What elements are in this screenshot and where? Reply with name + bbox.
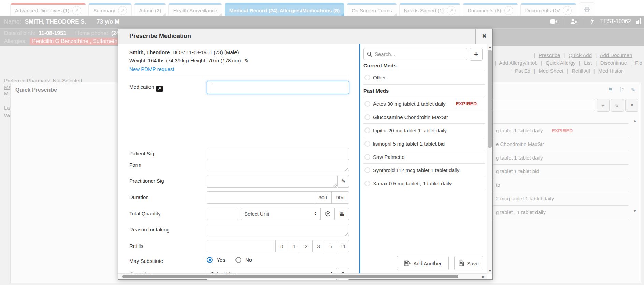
add-another-button[interactable]: Add Another — [397, 256, 449, 270]
practitioner-sig-input[interactable] — [207, 175, 338, 188]
quick-prescribe-input[interactable] — [489, 99, 595, 111]
edit-icon[interactable]: ✎ — [631, 87, 635, 93]
medication-popout-icon[interactable]: ↗ — [156, 86, 163, 92]
form-input[interactable] — [207, 159, 349, 171]
dose-calculator-button[interactable]: ▦ — [334, 208, 349, 220]
total-quantity-input[interactable] — [207, 208, 238, 220]
tab-health-surveillance[interactable]: Health Surveillance — [168, 3, 222, 16]
med-radio[interactable] — [364, 75, 370, 80]
scrollbar-thumb[interactable] — [488, 50, 492, 148]
current-med-item[interactable]: Other — [363, 71, 485, 85]
unit-select[interactable]: Select Unit ▲▼ — [241, 208, 321, 220]
scroll-down-icon[interactable]: ▼ — [488, 269, 492, 273]
close-button[interactable]: ✖ — [475, 29, 492, 44]
list-item[interactable]: g tablet , 1 tablet daily — [493, 206, 629, 219]
past-med-item[interactable]: Xanax 0.5 mg tablet , 1 tablet daily — [363, 177, 485, 190]
past-med-item[interactable]: lisinopril 5 mg tablet 1 tablet bid — [363, 137, 485, 150]
med-sheet-link[interactable]: Med Sheet — [539, 68, 563, 74]
reason-input[interactable] — [207, 224, 349, 236]
lightning-icon[interactable] — [590, 18, 595, 25]
past-med-item[interactable]: Lipitor 20 mg tablet 1 tablet daily — [363, 124, 485, 137]
med-radio[interactable] — [364, 101, 370, 107]
scrollbar-thumb[interactable] — [122, 275, 458, 278]
resize-handle[interactable] — [333, 183, 337, 187]
add-quick-prescribe-button[interactable]: + — [597, 99, 610, 112]
refills-0-button[interactable]: 0 — [275, 240, 288, 252]
refills-2-button[interactable]: 2 — [300, 240, 313, 252]
dialog-vertical-scrollbar[interactable]: ▲ ▼ — [487, 44, 492, 274]
package-button[interactable] — [320, 208, 335, 220]
med-history-link[interactable]: Med Histor — [598, 68, 623, 74]
popout-icon[interactable]: ↗ — [563, 6, 572, 15]
resize-handle[interactable] — [345, 232, 348, 236]
tab-documents[interactable]: Documents (8) ↗ — [463, 3, 518, 16]
chart-icon[interactable] — [636, 18, 641, 24]
med-search-box[interactable]: Search... — [363, 48, 467, 60]
save-button[interactable]: Save — [454, 256, 483, 270]
refills-3-button[interactable]: 3 — [312, 240, 325, 252]
bookmark-icon[interactable]: ⚑ — [607, 87, 613, 93]
scroll-right-icon[interactable]: ▶ — [482, 275, 484, 279]
scroll-up-icon[interactable]: ▲ — [633, 119, 637, 123]
past-med-item[interactable]: Synthroid 112 mcg tablet 1 tablet daily — [363, 164, 485, 177]
list-link[interactable]: List — [584, 60, 592, 66]
resize-handle[interactable] — [345, 167, 348, 171]
edit-sig-button[interactable]: ✎ — [338, 175, 349, 188]
list-item[interactable]: e Chondroitin MaxStr — [493, 137, 629, 151]
tab-summary[interactable]: Summary ↗ — [88, 3, 132, 16]
past-med-item[interactable]: Saw Palmetto — [363, 150, 485, 164]
pat-ed-link[interactable]: Pat Ed — [515, 68, 530, 74]
prescribe-link[interactable]: Prescribe — [539, 52, 560, 58]
allergies-value[interactable]: Penicillin G Benzathine , Sulfameth — [30, 38, 120, 45]
med-radio[interactable] — [364, 141, 370, 147]
med-radio[interactable] — [364, 154, 370, 160]
add-document-link[interactable]: Add Documen — [600, 52, 632, 58]
substitute-no-radio[interactable] — [235, 257, 241, 263]
medication-input[interactable] — [207, 81, 349, 94]
bookmark-outline-icon[interactable]: ⚐ — [619, 87, 624, 93]
add-person-icon[interactable] — [570, 18, 577, 25]
list-item[interactable]: g tablet 1 tablet daily — [493, 151, 629, 165]
quick-allergy-link[interactable]: Quick Allergy — [546, 60, 576, 66]
refills-input[interactable] — [207, 240, 276, 252]
quick-add-link[interactable]: Quick Add — [569, 52, 592, 58]
collapse-all-button[interactable]: » — [611, 99, 624, 112]
edit-weight-icon[interactable]: ✎ — [244, 58, 249, 63]
refills-1-button[interactable]: 1 — [288, 240, 300, 252]
popout-icon[interactable]: ↗ — [504, 6, 513, 15]
scroll-down-icon[interactable]: ▼ — [633, 209, 637, 213]
popout-icon[interactable]: ↗ — [72, 6, 81, 15]
dialog-titlebar[interactable]: Prescribe Medication — [118, 29, 492, 44]
past-med-item[interactable]: Actos 30 mg tablet 1 tablet daily EXPIRE… — [363, 97, 485, 110]
discontinue-link[interactable]: Discontinue — [600, 60, 627, 66]
list-item[interactable]: g tablet 1 tablet bid — [493, 165, 629, 178]
duration-input[interactable] — [207, 191, 314, 204]
duration-30d-button[interactable]: 30d — [314, 191, 332, 204]
refills-5-button[interactable]: 5 — [325, 240, 337, 252]
substitute-yes-radio[interactable] — [207, 257, 213, 263]
med-radio[interactable] — [364, 181, 370, 186]
tab-medical-record[interactable]: Medical Record (24):Allergies/Medication… — [225, 3, 344, 16]
duration-90d-button[interactable]: 90d — [331, 191, 349, 204]
add-med-button[interactable]: + — [470, 48, 483, 61]
video-call-icon[interactable] — [550, 19, 558, 24]
tab-admin[interactable]: Admin (2) — [134, 3, 166, 16]
expand-all-button[interactable]: » — [625, 99, 638, 112]
past-med-item[interactable]: Glucosamine Chondroitin MaxStr — [363, 110, 485, 124]
popout-icon[interactable]: ↗ — [118, 6, 127, 15]
tab-advanced-directives[interactable]: Advanced Directives (1) ↗ — [10, 3, 86, 16]
tab-settings-button[interactable] — [579, 2, 595, 16]
patient-sig-input[interactable] — [207, 148, 349, 160]
scroll-up-icon[interactable]: ▲ — [488, 45, 492, 49]
new-pdmp-link[interactable]: New PDMP request — [129, 66, 174, 72]
med-radio[interactable] — [364, 127, 370, 133]
list-item[interactable]: 2 mcg tablet 1 tablet daily — [493, 192, 629, 206]
tab-on-screen-forms[interactable]: On Screen Forms — [347, 3, 397, 16]
refills-11-button[interactable]: 11 — [337, 240, 349, 252]
list-item[interactable]: g tablet 1 tablet dailyEXPIRED — [493, 124, 629, 137]
refill-all-link[interactable]: Refill All — [572, 68, 590, 74]
dialog-horizontal-scrollbar[interactable]: ▶ — [118, 273, 487, 279]
popout-icon[interactable]: ↗ — [447, 6, 456, 15]
tab-documents-dv[interactable]: Documents-DV ↗ — [520, 3, 577, 16]
list-item[interactable]: to — [493, 178, 629, 192]
